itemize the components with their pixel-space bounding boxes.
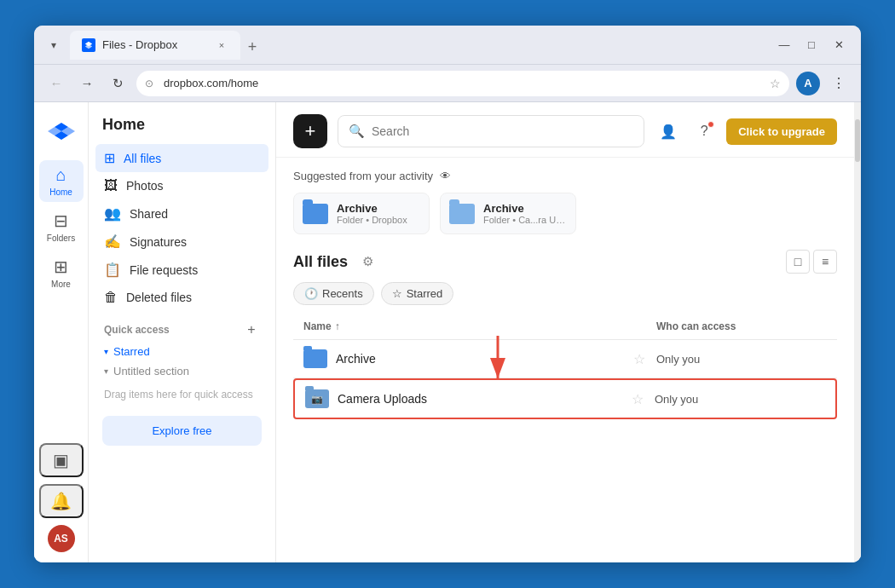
all-files-title: All files xyxy=(293,253,348,271)
sidebar-item-photos[interactable]: 🖼 Photos xyxy=(95,172,268,199)
grid-view-btn[interactable]: □ xyxy=(786,250,810,274)
access-camera: Only you xyxy=(655,393,825,406)
people-icon-btn[interactable]: 👤 xyxy=(655,118,682,145)
quick-access-add-btn[interactable]: + xyxy=(243,321,260,338)
address-input[interactable] xyxy=(136,71,789,96)
recents-icon: 🕐 xyxy=(304,287,318,300)
suggestion-card-1[interactable]: Archive Folder • Ca...ra Uploads xyxy=(440,193,576,234)
explore-btn[interactable]: Explore free xyxy=(102,416,262,446)
grid-icon: □ xyxy=(794,255,801,268)
folder-icon-archive xyxy=(303,349,327,368)
signatures-label: Signatures xyxy=(130,235,187,249)
bell-icon: 🔔 xyxy=(50,491,72,511)
bell-btn[interactable]: 🔔 xyxy=(39,484,84,518)
main-scrollbar[interactable] xyxy=(854,102,861,562)
shared-label: Shared xyxy=(130,207,168,221)
filter-tab-starred[interactable]: ☆ Starred xyxy=(381,282,454,305)
sidebar-item-deleted[interactable]: 🗑 Deleted files xyxy=(95,284,268,311)
address-bar: ← → ↻ ⊙ ☆ A ⋮ xyxy=(34,65,861,102)
suggestions-grid: Archive Folder • Dropbox Archive Folder … xyxy=(293,193,837,234)
star-camera-btn[interactable]: ☆ xyxy=(627,389,648,409)
view-toggles: □ ≡ xyxy=(786,250,837,274)
quick-access-label: Quick access xyxy=(104,324,170,336)
minimize-btn[interactable]: — xyxy=(772,33,796,57)
sidebar-item-file-requests[interactable]: 📋 File requests xyxy=(95,256,268,284)
file-label-archive: Archive xyxy=(336,352,376,366)
tab-close-btn[interactable]: × xyxy=(215,38,228,52)
suggestion-card-0[interactable]: Archive Folder • Dropbox xyxy=(293,193,430,234)
browser-dropdown-btn[interactable]: ▾ xyxy=(44,36,63,55)
rail-item-more[interactable]: ⊞ More xyxy=(39,251,84,294)
sidebar-item-signatures[interactable]: ✍ Signatures xyxy=(95,228,268,256)
rail-item-folders[interactable]: ⊟ Folders xyxy=(39,205,84,248)
camera-folder-inner-icon: 📷 xyxy=(311,394,323,405)
suggestion-info-1: Archive Folder • Ca...ra Uploads xyxy=(483,202,567,225)
file-requests-label: File requests xyxy=(130,263,198,277)
list-view-btn[interactable]: ≡ xyxy=(813,250,837,274)
back-btn[interactable]: ← xyxy=(44,72,68,95)
reload-btn[interactable]: ↻ xyxy=(106,72,130,95)
settings-gear-btn[interactable]: ⚙ xyxy=(356,251,378,273)
app-container: ⌂ Home ⊟ Folders ⊞ More ▣ 🔔 AS xyxy=(34,102,861,562)
browser-menu-btn[interactable]: ⋮ xyxy=(827,72,851,95)
more-icon: ⊞ xyxy=(54,257,68,277)
sidebar-item-all-files[interactable]: ⊞ All files xyxy=(95,144,268,172)
deleted-label: Deleted files xyxy=(126,291,192,304)
tab-bar: Files - Dropbox × + xyxy=(70,31,414,60)
folders-icon: ⊟ xyxy=(54,210,68,231)
all-files-header: All files ⚙ □ ≡ xyxy=(293,250,837,274)
bookmark-icon[interactable]: ☆ xyxy=(770,77,781,90)
panel-btn[interactable]: ▣ xyxy=(39,443,84,477)
help-icon-btn[interactable]: ? xyxy=(690,118,718,145)
name-col-label: Name xyxy=(303,320,332,332)
notification-dot xyxy=(707,121,714,128)
col-access: Who can access xyxy=(656,320,827,332)
more-label: More xyxy=(51,280,71,289)
maximize-btn[interactable]: □ xyxy=(800,33,823,57)
sidebar-item-shared[interactable]: 👥 Shared xyxy=(95,199,268,228)
all-files-section: All files ⚙ □ ≡ xyxy=(276,241,854,562)
suggestion-meta-0: Folder • Dropbox xyxy=(337,215,407,225)
star-archive-btn[interactable]: ☆ xyxy=(629,349,650,369)
access-col-label: Who can access xyxy=(656,320,736,332)
browser-titlebar: ▾ Files - Dropbox × + — □ ✕ xyxy=(34,26,861,65)
deleted-icon: 🗑 xyxy=(104,290,118,305)
active-tab[interactable]: Files - Dropbox × xyxy=(70,31,240,60)
search-input[interactable] xyxy=(372,124,633,138)
starred-section[interactable]: ▾ Starred xyxy=(95,342,268,361)
file-name-camera: 📷 Camera Uploads xyxy=(305,389,627,408)
upgrade-btn[interactable]: Click to upgrade xyxy=(726,118,837,145)
col-name: Name ↑ xyxy=(303,320,656,332)
search-icon: 🔍 xyxy=(349,124,365,139)
sidebar-title: Home xyxy=(95,116,268,144)
untitled-section-label: Untitled section xyxy=(113,365,189,378)
shared-icon: 👥 xyxy=(104,205,121,222)
scrollbar-thumb[interactable] xyxy=(855,119,860,162)
recents-label: Recents xyxy=(322,287,363,300)
home-icon: ⌂ xyxy=(55,165,66,185)
tab-label: Files - Dropbox xyxy=(102,38,177,51)
suggestion-info-0: Archive Folder • Dropbox xyxy=(337,202,407,225)
new-tab-btn[interactable]: + xyxy=(240,36,264,60)
help-icon: ? xyxy=(701,124,708,139)
rail-item-home[interactable]: ⌂ Home xyxy=(39,160,84,202)
file-row-camera-uploads[interactable]: 📷 Camera Uploads ☆ Only you xyxy=(293,378,837,419)
tab-favicon xyxy=(82,38,95,52)
filter-tabs: 🕐 Recents ☆ Starred xyxy=(293,282,837,305)
user-avatar-rail[interactable]: AS xyxy=(48,525,75,552)
list-icon: ≡ xyxy=(822,255,829,268)
sidebar: Home ⊞ All files 🖼 Photos 👥 Shared ✍ Sig… xyxy=(89,102,276,562)
close-btn[interactable]: ✕ xyxy=(827,33,851,57)
suggestion-folder-icon-1 xyxy=(449,204,475,224)
search-bar: 🔍 xyxy=(338,115,644,147)
forward-btn[interactable]: → xyxy=(75,72,99,95)
browser-controls: ▾ xyxy=(44,36,63,55)
filter-tab-recents[interactable]: 🕐 Recents xyxy=(293,282,374,305)
all-files-icon: ⊞ xyxy=(104,150,115,166)
untitled-section[interactable]: ▾ Untitled section xyxy=(95,361,268,381)
user-avatar[interactable]: A xyxy=(796,72,820,95)
eye-icon: 👁 xyxy=(440,170,451,182)
photos-icon: 🖼 xyxy=(104,178,118,193)
file-row-archive[interactable]: Archive ☆ Only you xyxy=(293,340,837,378)
new-item-btn[interactable]: + xyxy=(293,114,327,148)
